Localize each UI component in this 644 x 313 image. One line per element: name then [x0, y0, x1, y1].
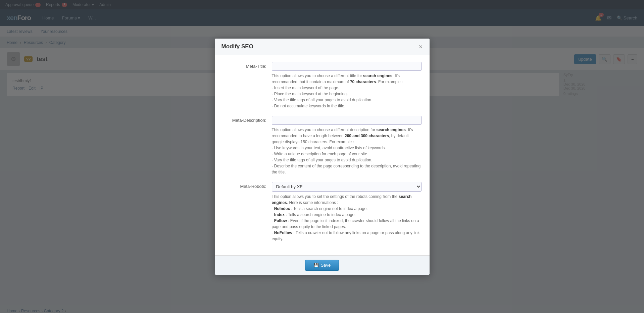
meta-robots-row: Meta-Robots: Default by XF index, follow… [223, 182, 422, 242]
meta-robots-select[interactable]: Default by XF index, follow noindex, fol… [272, 182, 422, 192]
modal-header: Modify SEO × [215, 39, 430, 55]
save-icon: 💾 [313, 263, 319, 268]
meta-description-label: Meta-Description: [223, 116, 266, 123]
save-button[interactable]: 💾 Save [305, 260, 339, 271]
modal-footer: 💾 Save [215, 255, 430, 275]
meta-title-row: Meta-Title: This option allows you to ch… [223, 62, 422, 109]
modal-title: Modify SEO [221, 43, 253, 50]
meta-title-hint: This option allows you to choose a diffe… [272, 73, 422, 109]
modal-body: Meta-Title: This option allows you to ch… [215, 55, 430, 255]
meta-description-row: Meta-Description: This option allows you… [223, 116, 422, 175]
modify-seo-modal: Modify SEO × Meta-Title: This option all… [215, 39, 430, 275]
meta-title-input[interactable] [272, 62, 422, 71]
meta-title-label: Meta-Title: [223, 62, 266, 69]
meta-description-hint: This option allows you to choose a diffe… [272, 127, 422, 175]
modal-close-button[interactable]: × [419, 43, 423, 50]
meta-robots-field: Default by XF index, follow noindex, fol… [272, 182, 422, 242]
meta-description-input[interactable] [272, 116, 422, 125]
meta-robots-label: Meta-Robots: [223, 182, 266, 189]
modal-overlay: Modify SEO × Meta-Title: This option all… [0, 0, 644, 313]
meta-description-field: This option allows you to choose a diffe… [272, 116, 422, 175]
meta-title-field: This option allows you to choose a diffe… [272, 62, 422, 109]
meta-robots-hint: This option allows you to set the settin… [272, 194, 422, 242]
